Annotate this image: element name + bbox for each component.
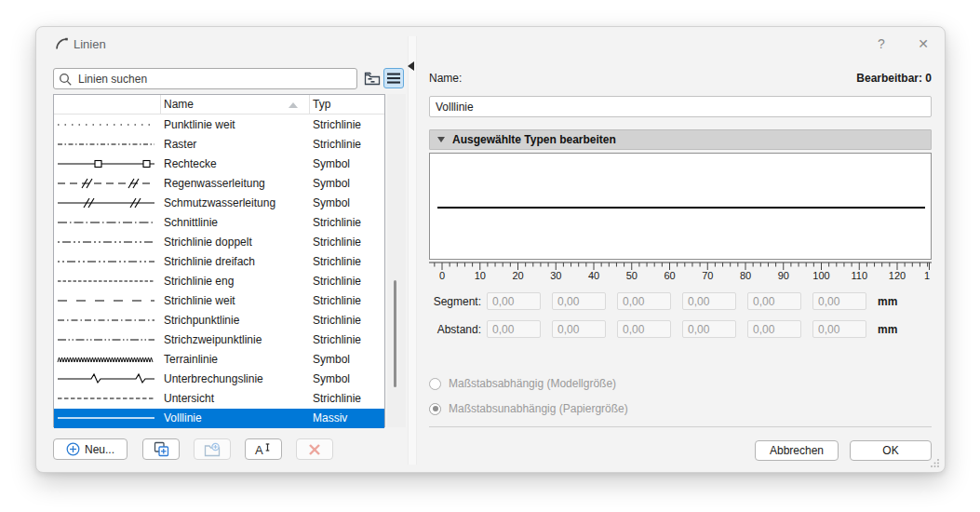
edit-selected-types-header[interactable]: Ausgewählte Typen bearbeiten — [429, 129, 932, 150]
list-row-volllinie[interactable]: VolllinieMassiv — [54, 409, 384, 428]
row-typ: Strichlinie — [313, 333, 361, 346]
ok-button[interactable]: OK — [850, 440, 932, 461]
radio-scale-dependent[interactable] — [429, 378, 441, 390]
list-row-terrainlinie[interactable]: TerrainlinieSymbol — [54, 350, 384, 370]
list-row-strichzweipunktlinie[interactable]: StrichzweipunktlinieStrichlinie — [54, 330, 384, 350]
line-preview-cell — [56, 177, 156, 193]
line-preview-cell — [56, 392, 156, 408]
line-preview-cell — [56, 157, 156, 173]
duplicate-icon — [154, 441, 169, 457]
row-typ: Massiv — [313, 411, 347, 424]
line-type-list: Name Typ Punktlinie weitStrichlinieRaste… — [53, 94, 385, 427]
column-header-name[interactable]: Name — [164, 98, 194, 111]
row-name: Strichlinie weit — [164, 294, 235, 307]
preview-solid-line — [437, 207, 925, 209]
line-style-preview — [56, 255, 156, 268]
list-row-schmutzwasserleitung[interactable]: SchmutzwasserleitungSymbol — [54, 194, 384, 213]
segment-row: Segment: mm — [429, 292, 932, 311]
resize-grip[interactable] — [930, 458, 940, 468]
new-button-label: Neu... — [85, 443, 114, 456]
abstand-row: Abstand: mm — [429, 320, 932, 339]
list-row-rechtecke[interactable]: RechteckeSymbol — [54, 155, 384, 174]
line-preview-cell — [56, 411, 156, 427]
segment-field-3 — [617, 292, 671, 310]
svg-text:120: 120 — [889, 270, 906, 281]
line-style-preview — [56, 118, 156, 131]
row-name: Terrainlinie — [164, 353, 218, 366]
radio-scale-independent[interactable] — [429, 403, 441, 415]
segment-field-4 — [682, 292, 736, 310]
ruler: 01020304050607080901001101201 — [429, 262, 932, 281]
line-style-preview — [56, 275, 156, 288]
svg-text:1: 1 — [924, 270, 930, 281]
abstand-label: Abstand: — [429, 323, 481, 336]
ruler-scale: 01020304050607080901001101201 — [429, 262, 932, 281]
list-row-unterbrechungslinie[interactable]: UnterbrechungslinieSymbol — [54, 370, 384, 389]
close-button[interactable]: ✕ — [911, 33, 935, 55]
abstand-field-6 — [812, 320, 866, 338]
abstand-field-3 — [617, 320, 671, 338]
line-preview-area[interactable] — [429, 153, 932, 260]
folder-tree-icon — [364, 71, 381, 86]
abstand-field-5 — [747, 320, 801, 338]
svg-text:30: 30 — [550, 270, 561, 281]
list-row-strichlinie-dreifach[interactable]: Strichlinie dreifachStrichlinie — [54, 252, 384, 272]
segment-label: Segment: — [429, 295, 481, 308]
cancel-button[interactable]: Abbrechen — [755, 440, 839, 461]
row-typ: Strichlinie — [313, 314, 361, 327]
list-row-strichpunktlinie[interactable]: StrichpunktlinieStrichlinie — [54, 311, 384, 330]
row-typ: Strichlinie — [313, 216, 361, 229]
svg-text:70: 70 — [702, 270, 713, 281]
list-row-strichlinie-eng[interactable]: Strichlinie engStrichlinie — [54, 272, 384, 291]
duplicate-button[interactable] — [142, 438, 180, 460]
list-scrollbar[interactable] — [387, 94, 406, 427]
panel-splitter[interactable] — [408, 36, 417, 465]
line-preview-cell — [56, 294, 156, 310]
row-name: Untersicht — [164, 392, 214, 405]
row-typ: Strichlinie — [313, 275, 361, 288]
list-row-strichlinie-weit[interactable]: Strichlinie weitStrichlinie — [54, 291, 384, 311]
line-style-preview — [56, 333, 156, 346]
row-name: Unterbrechungslinie — [164, 372, 263, 385]
row-name: Strichzweipunktlinie — [164, 333, 262, 346]
row-typ: Strichlinie — [313, 118, 361, 131]
list-row-regenwasserleitung[interactable]: RegenwasserleitungSymbol — [54, 174, 384, 194]
list-row-untersicht[interactable]: UntersichtStrichlinie — [54, 389, 384, 409]
svg-text:10: 10 — [475, 270, 486, 281]
screen: Linien ? ✕ — [0, 0, 980, 512]
list-scrollbar-thumb[interactable] — [394, 280, 396, 387]
search-input[interactable] — [76, 69, 354, 88]
list-row-raster[interactable]: RasterStrichlinie — [54, 135, 384, 155]
new-button[interactable]: Neu... — [53, 438, 128, 460]
line-style-preview — [56, 157, 156, 170]
editable-count-label: Bearbeitbar: 0 — [745, 72, 932, 85]
plus-circle-icon — [66, 442, 80, 456]
row-typ: Strichlinie — [313, 138, 361, 151]
line-style-preview — [56, 411, 156, 424]
row-name: Strichlinie dreifach — [164, 255, 255, 268]
search-box — [53, 68, 357, 89]
name-input[interactable] — [429, 96, 932, 117]
abstand-field-2 — [552, 320, 606, 338]
folder-view-button[interactable] — [362, 68, 383, 88]
collapse-panel-icon[interactable] — [408, 61, 414, 71]
row-name: Rechtecke — [164, 157, 217, 170]
line-preview-cell — [56, 118, 156, 134]
row-typ: Symbol — [313, 372, 350, 385]
row-typ: Symbol — [313, 196, 350, 209]
line-preview-cell — [56, 196, 156, 212]
column-header-typ[interactable]: Typ — [313, 98, 330, 111]
abstand-unit: mm — [878, 323, 897, 336]
line-style-preview — [56, 138, 156, 151]
row-name: Raster — [164, 138, 196, 151]
list-row-punktlinie-weit[interactable]: Punktlinie weitStrichlinie — [54, 115, 384, 135]
line-style-preview — [56, 177, 156, 190]
svg-text:20: 20 — [512, 270, 523, 281]
rename-button[interactable]: A — [245, 438, 282, 460]
line-type-icon — [54, 36, 69, 51]
row-typ: Strichlinie — [313, 294, 361, 307]
list-row-strichlinie-doppelt[interactable]: Strichlinie doppeltStrichlinie — [54, 233, 384, 252]
list-row-schnittlinie[interactable]: SchnittlinieStrichlinie — [54, 213, 384, 233]
help-button[interactable]: ? — [869, 33, 893, 55]
list-view-button[interactable] — [383, 68, 404, 88]
